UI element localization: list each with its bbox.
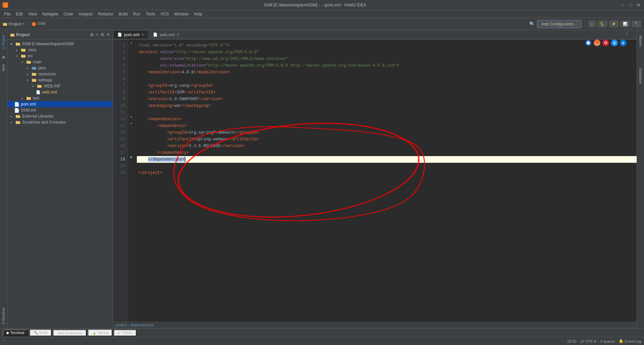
code-editor[interactable]: 1 2 3 4 5 6 7 8 9 10 11 12 13 14 15 16 1… [113,40,637,322]
menu-build[interactable]: Build [116,11,130,17]
line8-content: <artifactId>SSM</artifactId> [138,89,215,96]
menu-view[interactable]: View [25,11,40,17]
profile-button[interactable]: 📊 [621,21,630,27]
run-button[interactable]: ▶ [588,21,596,27]
settings-icon[interactable]: ⚙ [100,32,104,37]
tree-item-src[interactable]: ▾ src [7,53,113,59]
bottom-tab-terminal[interactable]: ▶ Terminal [3,329,28,336]
tree-item-scratches[interactable]: ▸ Scratches and Consoles [7,119,113,125]
fold-12[interactable]: ▾ [128,113,134,120]
chrome-icon[interactable] [585,40,592,46]
menu-tools[interactable]: Tools [143,11,158,17]
status-ready: ✓ [3,339,6,343]
line-5: 5 [113,69,128,76]
fold-18[interactable]: ◆ [128,153,134,160]
fold-2[interactable]: ▾ [128,40,134,46]
bottom-tab-spring[interactable]: 🍃 Spring [88,329,112,336]
line-numbers: 1 2 3 4 5 6 7 8 9 10 11 12 13 14 15 16 1… [113,40,128,322]
bottom-tab-todo[interactable]: 6: TODO [114,330,137,336]
breadcrumb-project[interactable]: project [116,323,127,327]
line3-content: xmlns:xsi="http://www.w3.org/2001/XMLSch… [138,56,288,62]
edge-icon[interactable]: e [620,40,627,46]
menu-vcs[interactable]: VCS [158,11,172,17]
svg-rect-25 [16,115,20,118]
toolbar: Project ▾ SSM 🔍 Add Configuration... ▶ 🐛… [0,18,644,30]
statusbar: ✓ 18:20 LF UTF-8 4 spaces 🔔 Event Log [0,337,644,345]
menu-run[interactable]: Run [130,11,143,17]
breadcrumb-dependencies[interactable]: dependencies [131,323,154,327]
line-4: 4 [113,62,128,69]
right-activity-bar: Maven Database [637,30,644,328]
tree-item-ssmiml[interactable]: 📄 SSM.iml [7,107,113,113]
maven-tab[interactable]: Maven [638,33,643,49]
tree-item-ssm-root[interactable]: ▾ SSM E:\ideaworkspace\SSM [7,41,113,47]
tab-web-xml[interactable]: 📄 web.xml ✕ [149,30,184,39]
webinf-folder-icon [37,83,42,89]
activity-web[interactable]: Web [1,63,6,72]
event-log-icon: 🔔 [619,339,624,343]
tree-item-pomxml[interactable]: 📄 pom.xml [7,101,113,107]
menu-window[interactable]: Window [171,11,191,17]
tree-item-main-label: main [33,60,42,64]
opera-icon[interactable]: O [602,40,609,46]
activity-zstructure[interactable]: Z-Structure [1,306,6,326]
status-right: 18:20 LF UTF-8 4 spaces 🔔 Event Log [567,339,641,343]
tree-item-main[interactable]: ▾ main [7,59,113,65]
debug-button[interactable]: 🐛 [598,21,607,27]
tree-item-external-libs[interactable]: ▸ External Libraries [7,113,113,119]
ssmiml-file-icon: 📄 [14,108,19,113]
activity-favorites[interactable]: ★ [0,54,7,60]
tree-item-webapp[interactable]: ▾ webapp [7,77,113,83]
code-content[interactable]: <?xml version="1.0" encoding="UTF-8"?> <… [134,40,637,322]
bottom-tab-build[interactable]: 🔨 Build [30,329,52,336]
code-line-8: <artifactId>SSM</artifactId> [137,89,637,96]
menu-edit[interactable]: Edit [13,11,25,17]
svg-rect-12 [21,55,23,55]
menu-code[interactable]: Code [61,11,76,17]
line-16: 16 [113,143,128,149]
event-log-button[interactable]: 🔔 Event Log [619,339,641,343]
terminal-icon: ▶ [7,331,9,335]
code-line-14: <groupId>org.springframework</groupId> [137,129,637,136]
database-tab[interactable]: Database [638,65,643,86]
menu-analyze[interactable]: Analyze [76,11,96,17]
fold-13[interactable]: ▾ [128,120,134,127]
close-panel-icon[interactable]: ✕ [106,32,110,37]
build-label: Build [40,331,48,335]
locate-file-icon[interactable]: ⊕ [90,32,94,37]
ie-icon[interactable]: e [611,40,618,46]
editor-tabs: 📄 pom.xml ✕ 📄 web.xml ✕ [113,30,637,40]
svg-rect-2 [3,23,7,26]
menu-help[interactable]: Help [191,11,205,17]
collapse-all-icon[interactable]: ≡ [96,32,98,37]
activity-project[interactable]: 1: Project [1,33,6,51]
close-button[interactable]: ✕ [636,2,641,8]
build-button[interactable]: 🔨 [632,21,641,27]
line1-content: <?xml version="1.0" encoding="UTF-8"?> [138,42,230,49]
tree-item-test[interactable]: ▸ test [7,95,113,101]
maximize-button[interactable]: □ [628,2,633,8]
tree-item-java[interactable]: ▸ java [7,65,113,71]
menu-refactor[interactable]: Refactor [96,11,116,17]
firefox-icon[interactable]: 🦊 [594,40,600,46]
toolbar-dropdown-icon[interactable]: ▾ [22,22,24,26]
tree-item-webinf[interactable]: ▾ WEB-INF [7,83,113,89]
tab-web-xml-close[interactable]: ✕ [176,32,179,37]
search-button[interactable]: 🔍 [529,21,535,26]
tab-pom-xml[interactable]: 📄 pom.xml ✕ [113,30,149,39]
add-configuration-button[interactable]: Add Configuration... [537,20,581,28]
menu-navigate[interactable]: Navigate [40,11,61,17]
bottom-tab-java-enterprise[interactable]: Java Enterprise [53,330,87,336]
tree-item-idea[interactable]: ▸ .idea [7,47,113,53]
line9-content: <version>1.0-SNAPSHOT</version> [138,96,223,102]
tree-item-webxml[interactable]: 📄 web.xml [7,89,113,95]
run-coverage-button[interactable]: ⚡ [609,21,619,27]
main-layout: 1: Project ★ Web Z-Structure Project ⊕ ≡… [0,30,644,328]
top-right-checkmark: ✓ [625,30,629,37]
tree-item-resources[interactable]: ▸ resources [7,71,113,77]
main-expand-icon: ▾ [19,59,25,65]
minimize-button[interactable]: ─ [620,2,625,8]
menu-file[interactable]: File [1,11,13,17]
svg-rect-9 [21,49,25,52]
tab-pom-xml-close[interactable]: ✕ [141,32,144,37]
